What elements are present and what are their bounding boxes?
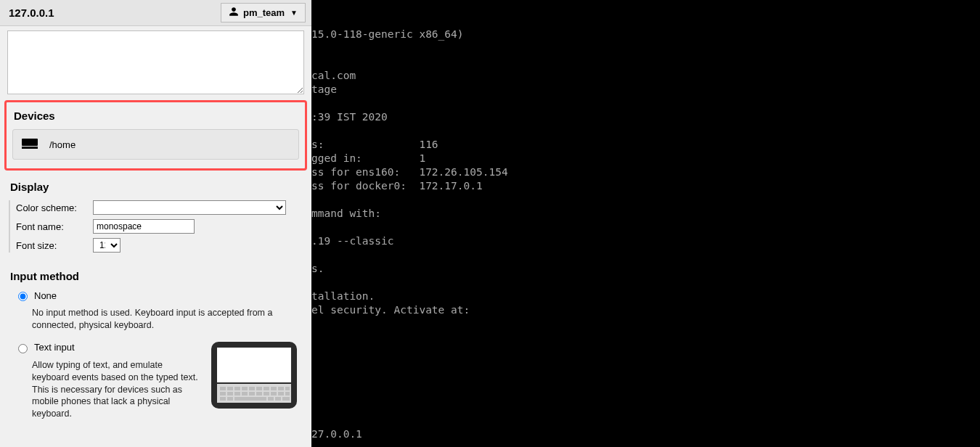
user-icon [229,7,239,19]
svg-rect-23 [278,392,284,395]
terminal-line [311,331,980,345]
svg-rect-28 [268,397,274,401]
terminal-line: ss for docker0: 172.17.0.1 [311,179,980,193]
terminal-line: cal.com [311,69,980,83]
terminal-line: el security. Activate at: [311,303,980,317]
user-label: pm_team [243,7,285,18]
terminal-line: 27.0.0.1 [311,427,980,441]
settings-panel: 127.0.0.1 pm_team ▼ Devices /home Displa… [0,0,311,447]
color-scheme-label: Color scheme: [16,202,86,213]
svg-rect-15 [220,392,226,395]
terminal-line [311,248,980,262]
font-name-label: Font name: [16,221,86,232]
terminal-line: tallation. [311,290,980,303]
terminal-line [311,400,980,414]
input-method-none-desc: No input method is used. Keyboard input … [32,307,279,332]
terminal[interactable]: 15.0-118-generic x86_64) cal.comtage :39… [311,0,980,447]
terminal-line: .19 --classic [311,234,980,248]
terminal-line: s. [311,262,980,276]
devices-section-highlighted: Devices /home [4,100,307,171]
devices-title: Devices [14,110,298,122]
tablet-illustration-icon [211,342,297,411]
terminal-line [311,372,980,386]
input-method-none-label: None [34,290,57,301]
input-method-title: Input method [10,270,301,282]
terminal-line [311,276,980,290]
svg-rect-14 [285,387,290,390]
terminal-line [311,317,980,331]
terminal-line [311,414,980,427]
svg-rect-29 [275,397,281,401]
svg-rect-20 [256,392,262,395]
input-method-section: Input method None No input method is use… [0,260,311,420]
svg-rect-9 [249,387,255,390]
svg-rect-10 [256,387,262,390]
address-label: 127.0.0.1 [9,7,54,19]
svg-rect-30 [282,397,290,401]
svg-rect-21 [264,392,269,395]
svg-rect-0 [22,139,38,146]
terminal-line [311,386,980,400]
terminal-line [311,345,980,358]
svg-rect-12 [271,387,277,390]
device-path: /home [49,139,75,150]
terminal-line [311,221,980,234]
terminal-line [311,124,980,138]
svg-rect-3 [217,348,291,382]
svg-rect-26 [227,397,233,401]
notes-textarea[interactable] [7,30,304,94]
display-title: Display [10,181,301,193]
display-section: Display Color scheme: Font name: Font si… [0,171,311,260]
terminal-line: mmand with: [311,207,980,221]
svg-rect-22 [271,392,277,395]
user-dropdown[interactable]: pm_team ▼ [221,3,306,22]
settings-scroll-area[interactable]: Devices /home Display Color scheme: Font… [0,26,311,447]
top-bar: 127.0.0.1 pm_team ▼ [0,0,311,26]
terminal-line [311,193,980,207]
terminal-line: tage [311,83,980,97]
svg-rect-16 [227,392,233,395]
terminal-line [311,55,980,69]
device-row-home[interactable]: /home [12,129,299,160]
input-method-text-label: Text input [34,342,75,353]
svg-rect-24 [285,392,290,395]
font-size-select[interactable]: 12 [93,238,121,253]
terminal-line [311,41,980,55]
svg-rect-19 [249,392,255,395]
font-name-input[interactable] [93,219,195,234]
chevron-down-icon: ▼ [290,9,298,17]
svg-rect-18 [242,392,248,395]
svg-rect-8 [242,387,248,390]
svg-rect-17 [234,392,240,395]
svg-rect-6 [227,387,233,390]
svg-rect-27 [234,397,266,401]
terminal-line: gged in: 1 [311,152,980,165]
terminal-line: 15.0-118-generic x86_64) [311,28,980,41]
svg-rect-11 [264,387,269,390]
input-method-text-radio[interactable] [18,344,28,353]
svg-rect-7 [234,387,240,390]
svg-rect-25 [220,397,226,401]
input-method-none-radio[interactable] [18,292,28,301]
terminal-line: :39 IST 2020 [311,110,980,124]
terminal-line: s: 116 [311,138,980,152]
svg-rect-13 [278,387,284,390]
color-scheme-select[interactable] [93,200,286,215]
drive-icon [22,139,38,150]
font-size-label: Font size: [16,240,86,251]
terminal-line [311,358,980,372]
terminal-line: ss for ens160: 172.26.105.154 [311,165,980,179]
svg-rect-5 [220,387,226,390]
input-method-text-desc: Allow typing of text, and emulate keyboa… [32,359,199,420]
terminal-line [311,97,980,110]
svg-rect-1 [22,147,38,149]
